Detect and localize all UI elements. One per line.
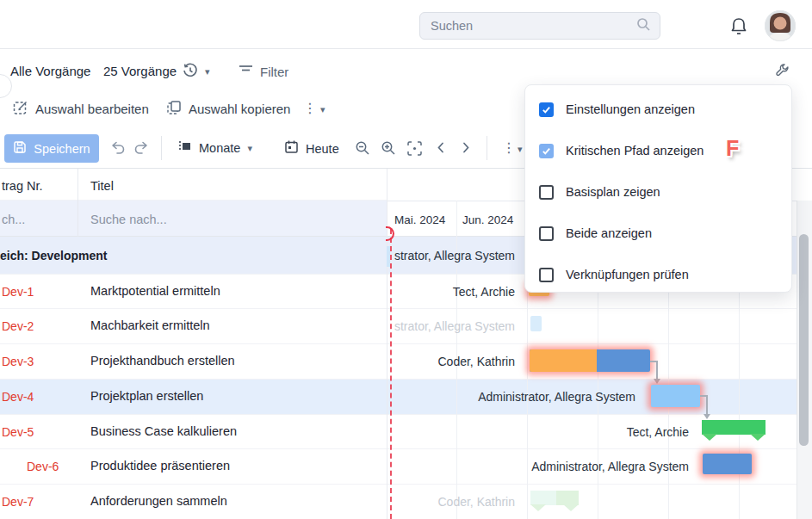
checkbox-checked-icon[interactable]: [539, 102, 554, 117]
task-id[interactable]: Dev-7: [2, 495, 34, 509]
task-title[interactable]: Marktpotential ermitteln: [90, 284, 220, 298]
gantt-bar-dev2[interactable]: [530, 316, 542, 331]
gantt-bar-dev4[interactable]: [651, 385, 700, 407]
task-assignee: Administrator, Allegra System: [482, 460, 689, 473]
month-header-may: Mai. 2024: [394, 213, 445, 226]
menu-item-show-settings[interactable]: Einstellungen anzeigen: [525, 89, 791, 130]
task-assignee: Tect, Archie: [567, 425, 689, 439]
menu-item-critical-path[interactable]: Kritischen Pfad anzeigen: [525, 130, 791, 171]
timescale-caret-icon: ▾: [247, 143, 252, 154]
gantt-settings-button[interactable]: [775, 63, 790, 81]
today-button-label: Heute: [306, 142, 339, 156]
edit-selection-label: Auswahl bearbeiten: [35, 102, 149, 116]
gantt-bar-dev7-segment: [530, 491, 556, 505]
bell-icon: [729, 16, 748, 40]
save-button-label: Speichern: [34, 142, 90, 156]
history-icon: [183, 63, 198, 82]
toolbar-divider-2: [487, 136, 487, 160]
top-bar: [0, 0, 812, 49]
copy-selection-button[interactable]: Auswahl kopieren: [166, 100, 290, 118]
title-filter-input[interactable]: Suche nach...: [90, 213, 167, 226]
task-title[interactable]: Produktidee präsentieren: [90, 459, 230, 473]
menu-item-label: Verknüpfungen prüfen: [566, 268, 689, 281]
checkbox-unchecked-icon[interactable]: [539, 226, 554, 241]
undo-button[interactable]: [109, 140, 126, 158]
task-assignee: Coder, Kathrin: [394, 495, 515, 509]
row-separator: [0, 343, 797, 344]
selection-more-button[interactable]: ⋮: [303, 102, 317, 115]
gantt-bar-dev3[interactable]: [530, 349, 650, 372]
search-input[interactable]: [429, 18, 636, 34]
zoom-in-button[interactable]: [381, 140, 396, 159]
group-row-label[interactable]: eich: Development: [0, 249, 107, 263]
task-count: 25 Vorgänge: [103, 64, 177, 78]
task-title[interactable]: Machbarkeit ermitteln: [90, 318, 210, 332]
gantt-bar-dev5[interactable]: [702, 420, 766, 435]
task-id[interactable]: Dev-4: [2, 390, 34, 404]
today-button[interactable]: Heute: [284, 139, 339, 158]
app-window: + Hinzufügen ? Alle Vorgänge 25 Vorgänge…: [0, 0, 812, 519]
row-separator: [0, 379, 797, 380]
task-assignee: Tect, Archie: [394, 285, 515, 299]
column-divider: [77, 169, 78, 237]
summary-notch: [702, 434, 717, 441]
gantt-more-button[interactable]: ⋮: [502, 141, 516, 155]
month-header-jun: Jun. 2024: [462, 213, 513, 226]
zoom-out-button[interactable]: [355, 140, 370, 159]
save-icon: [13, 140, 27, 157]
dependency-arrow: [704, 414, 710, 419]
task-title[interactable]: Business Case kalkulieren: [90, 424, 237, 438]
checkbox-checked-light-icon[interactable]: [539, 144, 554, 158]
task-id[interactable]: Dev-3: [2, 355, 34, 368]
save-button[interactable]: Speichern: [4, 134, 99, 163]
filter-icon: [239, 64, 253, 79]
row-separator: [0, 308, 797, 309]
checkbox-unchecked-icon[interactable]: [539, 268, 554, 282]
edit-selection-icon: [13, 100, 28, 118]
column-header-id[interactable]: trag Nr.: [2, 179, 43, 193]
id-filter-input[interactable]: ch...: [2, 213, 25, 226]
gantt-bar-dev6[interactable]: [703, 454, 752, 474]
row-separator: [0, 448, 797, 449]
row-separator: [0, 484, 797, 485]
timescale-icon: [177, 139, 192, 157]
menu-item-label: Einstellungen anzeigen: [566, 102, 695, 116]
table-gantt-divider: [387, 168, 387, 519]
filter-button[interactable]: Filter: [239, 64, 288, 79]
summary-notch: [750, 434, 766, 441]
task-title[interactable]: Anforderungen sammeln: [90, 494, 227, 508]
notifications-button[interactable]: [729, 16, 748, 40]
vertical-scrollbar-thumb[interactable]: [799, 234, 809, 446]
gantt-caret-icon[interactable]: ▾: [518, 144, 523, 155]
menu-item-label: Beide anzeigen: [566, 226, 652, 240]
checkbox-unchecked-icon[interactable]: [539, 185, 554, 200]
user-avatar[interactable]: [765, 10, 796, 45]
timescale-label: Monate: [199, 141, 240, 155]
selection-caret-icon[interactable]: ▾: [320, 104, 325, 115]
zoom-fit-button[interactable]: [406, 140, 423, 160]
menu-item-check-links[interactable]: Verknüpfungen prüfen: [525, 254, 791, 295]
task-id[interactable]: Dev-6: [27, 460, 59, 473]
task-title[interactable]: Projektplan erstellen: [90, 389, 203, 403]
group-assignee: strator, Allegra System: [387, 249, 515, 263]
task-assignee: Coder, Kathrin: [394, 355, 515, 368]
history-button[interactable]: [183, 63, 198, 82]
task-title[interactable]: Projekthandbuch erstellen: [90, 354, 235, 368]
column-header-title[interactable]: Titel: [90, 179, 114, 193]
task-id[interactable]: Dev-5: [2, 425, 34, 439]
history-caret-icon[interactable]: ▾: [205, 66, 210, 77]
task-id[interactable]: Dev-2: [2, 319, 34, 333]
scroll-left-button[interactable]: [434, 140, 448, 158]
task-assignee: Administrator, Allegra System: [437, 390, 635, 404]
edit-selection-button[interactable]: Auswahl bearbeiten: [13, 100, 149, 118]
copy-selection-icon: [166, 100, 182, 118]
scroll-right-button[interactable]: [459, 140, 473, 158]
task-id[interactable]: Dev-1: [2, 285, 34, 299]
gantt-bar-dev7[interactable]: [530, 491, 579, 505]
f-cursor-badge: F: [726, 136, 739, 161]
filter-label: Filter: [260, 65, 288, 79]
timescale-dropdown[interactable]: Monate ▾: [177, 139, 252, 157]
menu-item-baseline[interactable]: Basisplan zeigen: [525, 171, 791, 213]
redo-button[interactable]: [133, 140, 150, 158]
menu-item-show-both[interactable]: Beide anzeigen: [525, 213, 791, 254]
